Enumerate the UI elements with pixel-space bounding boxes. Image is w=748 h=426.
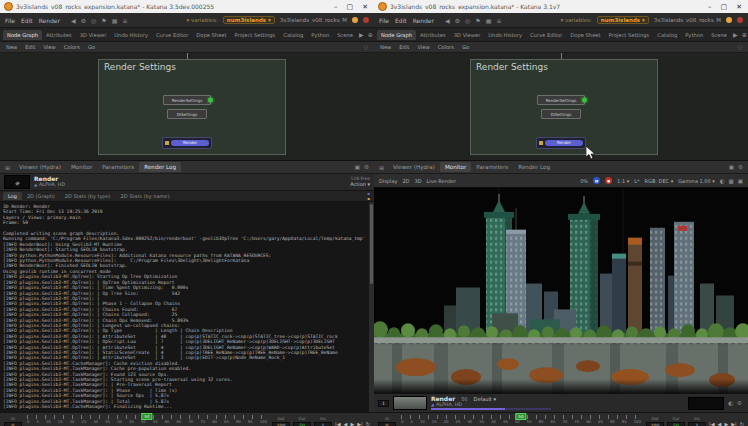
pane-swatch-icon[interactable]: ▣: [729, 164, 734, 170]
minimize-button[interactable]: –: [334, 3, 338, 11]
node-graph-menu-item[interactable]: New: [6, 44, 17, 50]
flag-icon[interactable]: ⚑: [101, 17, 106, 24]
out-frame-field[interactable]: Out 100: [272, 417, 290, 426]
node-graph-menu-item[interactable]: Go: [88, 44, 95, 50]
loop-button[interactable]: ↻: [366, 421, 370, 426]
loop-button[interactable]: ↻: [740, 421, 744, 426]
variables-dropdown[interactable]: num3islands ▾: [223, 16, 275, 24]
play-button[interactable]: ▶: [724, 421, 728, 426]
maximize-button[interactable]: ▢: [721, 3, 728, 11]
menu-item[interactable]: File: [379, 17, 389, 24]
gear-icon[interactable]: ⚙: [81, 17, 86, 24]
pause-render-button[interactable]: ▮▮: [593, 177, 600, 184]
prev-frame-button[interactable]: ◀: [344, 421, 348, 426]
main-tab[interactable]: Scene: [707, 30, 731, 40]
minimize-button[interactable]: –: [708, 3, 712, 11]
cur-frame-field[interactable]: Cur 50: [667, 417, 685, 426]
node-render[interactable]: Render: [162, 137, 212, 149]
node-dlsettings[interactable]: DlSettings: [541, 109, 581, 119]
node-graph-menu-item[interactable]: View: [43, 44, 55, 50]
catalog-empty-slot[interactable]: [688, 397, 724, 410]
render-thumbnail[interactable]: ◆: [4, 175, 30, 189]
swatch-icon[interactable]: ▣: [738, 178, 743, 184]
current-frame-marker[interactable]: 50: [141, 413, 152, 420]
main-tab[interactable]: 3D Viewer: [450, 30, 485, 40]
main-tab[interactable]: Undo History: [110, 30, 152, 40]
in-value[interactable]: 0: [378, 422, 396, 426]
pane-swatch-icon[interactable]: ▣: [355, 164, 360, 170]
log-scrollbar-thumb[interactable]: [370, 204, 373, 284]
pane-gear-icon[interactable]: ⚙: [738, 164, 743, 170]
compare-icon[interactable]: ◐: [720, 178, 725, 184]
in-frame-field[interactable]: In 0: [378, 417, 396, 426]
add-tab-icon[interactable]: ⊕: [740, 31, 748, 38]
node-graph-menu-item[interactable]: Edit: [25, 44, 35, 50]
target-icon[interactable]: ◎: [91, 17, 96, 24]
stop-render-button[interactable]: ■: [605, 177, 612, 184]
gear-icon[interactable]: ⚙: [455, 17, 460, 24]
live-render-button[interactable]: Live Render: [427, 178, 457, 184]
log-tab[interactable]: Log: [3, 192, 22, 200]
scene-filename-tab[interactable]: 3v3islands_v08_rocks_M: [654, 17, 721, 23]
mode-dropdown[interactable]: Default ▾: [474, 396, 496, 402]
main-tab[interactable]: Catalog: [653, 30, 681, 40]
view-3d-button[interactable]: 3D: [414, 178, 421, 184]
menu-item[interactable]: File: [5, 17, 15, 24]
grid-overlay-icon[interactable]: ▦: [729, 178, 734, 184]
menu-item[interactable]: Render: [39, 17, 60, 24]
render-name[interactable]: Render: [431, 396, 455, 402]
grid-icon[interactable]: ▦: [486, 17, 492, 24]
main-tab[interactable]: Attributes: [416, 30, 450, 40]
out-value[interactable]: 100: [646, 422, 664, 426]
pane-menu-icon[interactable]: ⊞: [3, 164, 12, 171]
pane-tab[interactable]: Viewer (Hydra): [14, 162, 66, 172]
frame-ruler[interactable]: 0510152025303540455055606570758085909510…: [399, 411, 643, 426]
colorspace-dropdown[interactable]: RGB: DEC ▾: [645, 178, 674, 184]
pane-tab[interactable]: Render Log: [139, 162, 181, 172]
target-icon[interactable]: ◎: [465, 17, 470, 24]
main-tab[interactable]: Scene: [333, 30, 357, 40]
frame-ruler[interactable]: 0510152025303540455055606570758085909510…: [25, 411, 269, 426]
pane-tab[interactable]: Monitor: [440, 162, 471, 172]
inc-frame-field[interactable]: Inc 1: [314, 417, 332, 426]
prev-frame-button[interactable]: ◀: [718, 421, 722, 426]
menu-item[interactable]: Edit: [395, 17, 407, 24]
cur-value[interactable]: 50: [293, 422, 311, 426]
grid-icon[interactable]: ▦: [112, 17, 118, 24]
add-tab-icon[interactable]: ⊕: [366, 31, 374, 38]
close-button[interactable]: ✕: [736, 3, 742, 11]
main-tab[interactable]: Python: [307, 30, 333, 40]
pane-gear-icon[interactable]: ⚙: [364, 164, 369, 170]
catalog-gear-icon[interactable]: ⚙: [737, 400, 742, 406]
pane-tab[interactable]: Monitor: [66, 162, 97, 172]
node-graph-menu-item[interactable]: Edit: [399, 44, 409, 50]
lstar-button[interactable]: L*: [634, 178, 639, 184]
node-graph-canvas[interactable]: Render Settings RenderSettings DlSetting…: [0, 53, 374, 160]
cur-value[interactable]: 50: [667, 422, 685, 426]
view-flag-icon[interactable]: [582, 98, 587, 103]
pane-tab[interactable]: Viewer (Hydra): [388, 162, 440, 172]
flag-icon[interactable]: ⚑: [475, 17, 480, 24]
main-tab[interactable]: Catalog: [279, 30, 307, 40]
out-value[interactable]: 100: [272, 422, 290, 426]
pane-tab[interactable]: Render Log: [513, 162, 555, 172]
node-graph-menu-item[interactable]: Colors: [438, 44, 454, 50]
out-frame-field[interactable]: Out 100: [646, 417, 664, 426]
list-icon[interactable]: ≡: [122, 17, 127, 24]
main-tab[interactable]: Dope Sheet: [566, 30, 604, 40]
main-tab[interactable]: 3D Viewer: [76, 30, 111, 40]
node-rendersettings[interactable]: RenderSettings: [163, 95, 211, 105]
log-filter-blue-icon[interactable]: ▪: [367, 192, 370, 196]
main-tab[interactable]: Curve Editor: [526, 30, 566, 40]
main-tab[interactable]: Python: [681, 30, 707, 40]
back-icon[interactable]: ◀: [71, 17, 76, 24]
current-frame-marker[interactable]: 50: [515, 413, 526, 420]
in-frame-field[interactable]: In 0: [4, 417, 22, 426]
menu-item[interactable]: Edit: [21, 17, 33, 24]
inc-value[interactable]: 1: [688, 422, 706, 426]
catalog-slot[interactable]: 1: [378, 400, 389, 407]
node-rendersettings[interactable]: RenderSettings: [537, 95, 585, 105]
log-tab[interactable]: 2D Stats (by name): [116, 192, 175, 200]
gamma-dropdown[interactable]: Gamma 1.00 ▾: [678, 178, 715, 184]
titlebar-right[interactable]: 3v3islands_v08_rocks_expansion.katana* -…: [374, 0, 748, 13]
